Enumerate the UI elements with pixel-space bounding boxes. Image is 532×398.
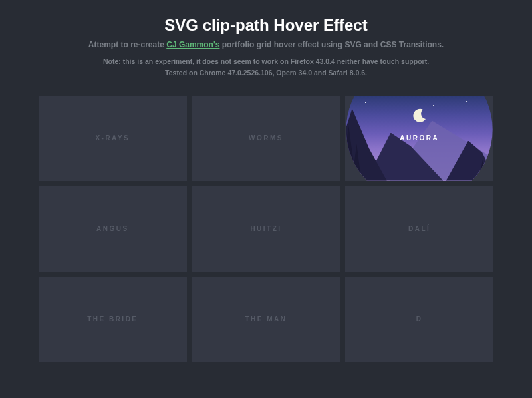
grid-item-label: HUITZI bbox=[250, 225, 281, 232]
note-label: Note: bbox=[103, 57, 121, 65]
grid-item-the-man[interactable]: THE MAN bbox=[192, 277, 340, 362]
page-header: SVG clip-path Hover Effect Attempt to re… bbox=[0, 0, 532, 91]
page-title: SVG clip-path Hover Effect bbox=[27, 16, 505, 35]
grid-item-angus[interactable]: ANGUS bbox=[39, 186, 187, 272]
note-line-1: this is an experiment, it does not seem … bbox=[121, 57, 429, 65]
grid-item-label: DALÍ bbox=[408, 225, 430, 232]
grid-item-label: THE BRIDE bbox=[87, 315, 138, 323]
grid-item-huitzi[interactable]: HUITZI bbox=[192, 186, 340, 272]
grid-item-label: THE MAN bbox=[245, 315, 287, 323]
note-line-2: Tested on Chrome 47.0.2526.106, Opera 34… bbox=[165, 69, 367, 77]
star-icon bbox=[433, 105, 434, 106]
cj-gammon-link[interactable]: CJ Gammon's bbox=[166, 40, 219, 49]
star-icon bbox=[478, 116, 479, 116]
note-text: Note: this is an experiment, it does not… bbox=[27, 56, 505, 79]
page-subtitle: Attempt to re-create CJ Gammon's portfol… bbox=[27, 40, 505, 49]
moon-icon bbox=[412, 108, 428, 124]
grid-item-worms[interactable]: WORMS bbox=[192, 96, 340, 181]
grid-item-label: X-RAYS bbox=[95, 134, 130, 142]
grid-item-d[interactable]: D bbox=[345, 277, 493, 362]
grid-item-xrays[interactable]: X-RAYS bbox=[39, 96, 187, 181]
grid-item-label: D bbox=[416, 315, 423, 323]
portfolio-grid: X-RAYS WORMS AURORA ANGUS bbox=[0, 91, 532, 362]
grid-item-label: ANGUS bbox=[96, 225, 129, 232]
grid-item-label: AURORA bbox=[400, 134, 439, 142]
subtitle-text-post: portfolio grid hover effect using SVG an… bbox=[219, 40, 444, 49]
star-icon bbox=[466, 101, 467, 102]
star-icon bbox=[365, 102, 366, 104]
grid-item-dali[interactable]: DALÍ bbox=[345, 186, 493, 272]
grid-item-aurora[interactable]: AURORA bbox=[345, 96, 493, 181]
grid-item-label: WORMS bbox=[249, 134, 283, 142]
subtitle-text-pre: Attempt to re-create bbox=[88, 40, 166, 49]
grid-item-the-bride[interactable]: THE BRIDE bbox=[39, 277, 187, 362]
